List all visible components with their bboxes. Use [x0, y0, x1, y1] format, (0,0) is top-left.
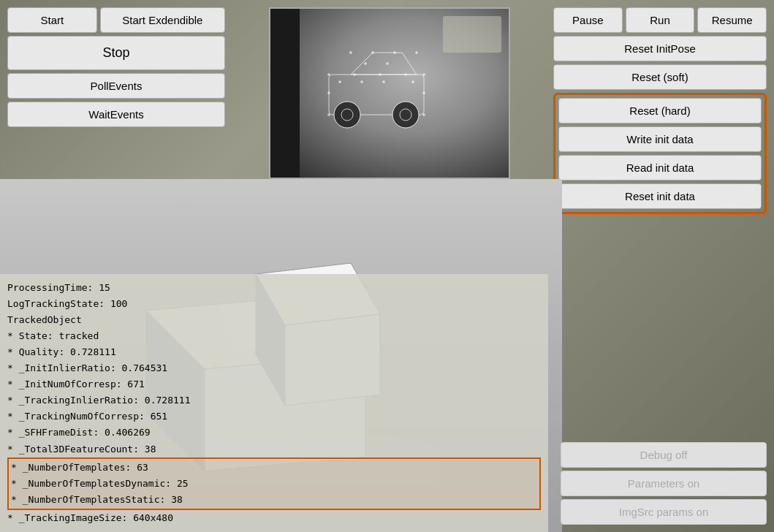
info-tracking-num-corresp: * _TrackingNumOfCorresp: 651 — [7, 408, 541, 425]
car-wireframe — [314, 38, 439, 133]
left-panel: Start Start Exdendible Stop PollEvents W… — [7, 7, 225, 127]
right-panel: Pause Run Resume Reset InitPose Reset (s… — [553, 7, 767, 214]
svg-point-12 — [372, 52, 374, 54]
info-state: * State: tracked — [7, 328, 541, 344]
svg-point-3 — [392, 102, 419, 128]
svg-point-7 — [354, 74, 356, 76]
resume-button[interactable]: Resume — [697, 7, 767, 33]
info-tracking-image-size: * _TrackingImageSize: 640x480 — [7, 510, 541, 526]
info-quality: * Quality: 0.728111 — [7, 344, 541, 360]
reset-soft-button[interactable]: Reset (soft) — [553, 64, 767, 90]
svg-point-19 — [365, 63, 367, 65]
svg-point-10 — [423, 74, 425, 76]
info-tracked-object: TrackedObject — [7, 312, 541, 328]
info-total-3d-feature: * _Total3DFeatureCount: 38 — [7, 441, 541, 457]
svg-point-15 — [328, 92, 330, 94]
info-panel: ProcessingTime: 15 LogTrackingState: 100… — [0, 274, 548, 532]
svg-point-18 — [423, 114, 425, 116]
reset-initpose-button[interactable]: Reset InitPose — [553, 36, 767, 61]
reset-init-data-button[interactable]: Reset init data — [558, 183, 762, 209]
reset-group: Reset (hard) Write init data Read init d… — [553, 93, 767, 214]
svg-point-2 — [334, 102, 360, 128]
svg-marker-1 — [351, 53, 417, 75]
svg-point-20 — [387, 63, 389, 65]
svg-point-8 — [379, 74, 382, 76]
info-processing-time: ProcessingTime: 15 — [7, 280, 541, 296]
imgsrc-params-on-button[interactable]: ImgSrc params on — [561, 499, 767, 525]
svg-point-11 — [350, 52, 352, 54]
svg-point-23 — [383, 81, 385, 83]
right-bottom-panel: Debug off Parameters on ImgSrc params on — [561, 435, 774, 532]
svg-point-22 — [361, 81, 363, 83]
svg-point-9 — [405, 74, 407, 76]
info-num-templates-static: * _NumberOfTemplatesStatic: 38 — [11, 492, 537, 508]
pause-button[interactable]: Pause — [553, 7, 623, 33]
svg-point-21 — [339, 81, 341, 83]
top-buttons-row: Start Start Exdendible — [7, 7, 225, 33]
svg-point-6 — [328, 74, 330, 76]
info-num-templates-dynamic: * _NumberOfTemplatesDynamic: 25 — [11, 476, 537, 492]
svg-point-24 — [412, 81, 414, 83]
svg-point-14 — [416, 52, 418, 54]
reset-hard-button[interactable]: Reset (hard) — [558, 98, 762, 123]
info-tracking-inlier-ratio: * _TrackingInlierRatio: 0.728111 — [7, 392, 541, 408]
svg-point-17 — [328, 114, 330, 116]
debug-off-button[interactable]: Debug off — [561, 442, 767, 468]
info-init-num-corresp: * _InitNumOfCorresp: 671 — [7, 376, 541, 392]
poll-events-button[interactable]: PollEvents — [7, 73, 225, 99]
svg-point-16 — [423, 92, 425, 94]
info-inlier-ratio: * _InitInlierRatio: 0.764531 — [7, 360, 541, 376]
info-num-templates: * _NumberOfTemplates: 63 — [11, 460, 537, 476]
wait-events-button[interactable]: WaitEvents — [7, 102, 225, 127]
stop-button[interactable]: Stop — [7, 36, 225, 70]
read-init-data-button[interactable]: Read init data — [558, 155, 762, 180]
info-sfh-frame-dist: * _SFHFrameDist: 0.406269 — [7, 425, 541, 441]
run-button[interactable]: Run — [626, 7, 695, 33]
top-right-row: Pause Run Resume — [553, 7, 767, 33]
svg-point-13 — [394, 52, 396, 54]
write-init-data-button[interactable]: Write init data — [558, 126, 762, 152]
camera-view — [269, 7, 510, 179]
start-expendible-button[interactable]: Start Exdendible — [100, 7, 225, 33]
start-button[interactable]: Start — [7, 7, 97, 33]
highlighted-info-group: * _NumberOfTemplates: 63 * _NumberOfTemp… — [7, 457, 541, 510]
info-log-tracking-state: LogTrackingState: 100 — [7, 296, 541, 312]
parameters-on-button[interactable]: Parameters on — [561, 471, 767, 496]
